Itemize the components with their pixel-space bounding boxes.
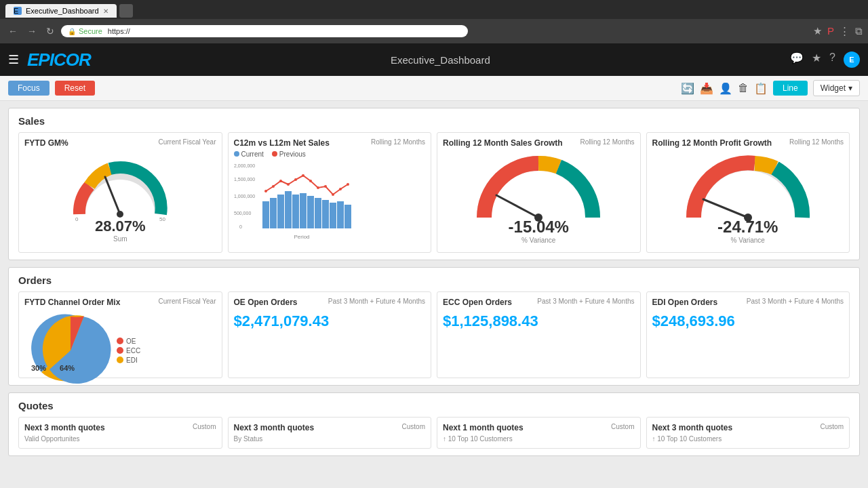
copy-icon[interactable]: 📋 [754,82,768,95]
channel-mix-title: FYTD Channel Order Mix [24,298,120,307]
sales-grid: FYTD GM% Current Fiscal Year [18,132,850,253]
menu-icon[interactable]: ⋮ [840,25,850,37]
rolling-profit-value: -24.71% [717,218,778,237]
line-button[interactable]: Line [773,81,808,96]
sales-title: Sales [18,115,850,127]
quote-widget-2: Next 3 month quotes Custom By Status [228,417,432,449]
sales-section: Sales FYTD GM% Current Fiscal Year [8,108,860,260]
hamburger-menu[interactable]: ☰ [8,52,19,67]
fytd-gm-widget: FYTD GM% Current Fiscal Year [18,132,222,253]
quote2-subtitle: By Status [234,435,426,443]
edi-open-subtitle: Past 3 Month + Future 4 Months [747,298,844,305]
ecc-open-title: ECC Open Orders [443,298,512,307]
app-logo: EPICOR [27,49,91,70]
rolling-sales-header: Rolling 12 Month Sales Growth Rolling 12… [443,138,635,148]
legend-previous: Previous [279,150,306,158]
legend-ecc: ECC [117,347,140,354]
tab-bar: E Executive_Dashboard ✕ [0,0,868,19]
fytd-gm-gauge-svg: 0 50 [66,153,174,224]
ecc-open-subtitle: Past 3 Month + Future 4 Months [537,298,634,305]
edi-open-header: EDI Open Orders Past 3 Month + Future 4 … [652,298,844,307]
focus-button[interactable]: Focus [8,81,50,96]
widget-button[interactable]: Widget ▾ [813,80,860,96]
orders-grid: FYTD Channel Order Mix Current Fiscal Ye… [18,291,850,378]
legend-oe-color [117,338,123,344]
star-icon[interactable]: ★ [813,25,822,37]
download-icon[interactable]: 📥 [700,82,713,95]
quote-widget-4: Next 3 month quotes Custom ↑ 10 Top 10 C… [646,417,850,449]
quote3-title: Next 1 month quotes [443,423,524,432]
fytd-gm-header: FYTD GM% Current Fiscal Year [24,138,216,148]
secure-text: Secure [79,27,102,35]
c12m-l12m-subtitle: Rolling 12 Months [371,138,425,146]
ecc-pct: 64% [60,364,75,372]
svg-rect-19 [337,201,344,228]
svg-rect-16 [315,198,321,228]
refresh-icon[interactable]: 🔄 [681,82,694,95]
legend-current: Current [241,150,264,158]
rolling-sales-gauge: -15.04% % Variance [443,150,635,247]
oe-open-widget: OE Open Orders Past 3 Month + Future 4 M… [228,291,432,378]
svg-text:0: 0 [239,224,242,229]
svg-text:2,000,000: 2,000,000 [234,163,255,168]
oe-pct: 30% [31,364,46,372]
svg-line-34 [496,195,538,218]
address-input[interactable]: 🔒 Secure https:// [61,25,468,37]
svg-text:Period: Period [294,234,309,240]
active-tab[interactable]: E Executive_Dashboard ✕ [5,4,117,18]
ecc-open-header: ECC Open Orders Past 3 Month + Future 4 … [443,298,635,307]
legend-edi: EDI [117,357,140,364]
c12m-l12m-chart-svg: 2,000,000 1,500,000 1,000,000 500,000 0 [234,161,376,242]
svg-rect-12 [285,191,292,228]
back-btn[interactable]: ← [5,24,20,38]
quote3-subtitle: ↑ 10 Top 10 Customers [443,435,635,443]
svg-line-0 [105,177,120,214]
reset-button[interactable]: Reset [55,81,95,96]
app-title: Executive_Dashboard [91,54,790,66]
forward-btn[interactable]: → [24,24,39,38]
channel-mix-chart: OE ECC EDI [24,310,216,391]
rolling-profit-label: % Variance [717,237,778,244]
svg-point-30 [332,193,334,196]
bookmark-icon[interactable]: ★ [812,52,821,68]
legend-ecc-color [117,347,123,354]
svg-rect-20 [344,205,351,228]
delete-icon[interactable]: 🗑 [738,82,749,94]
quote3-header: Next 1 month quotes Custom [443,423,635,432]
rolling-sales-title: Rolling 12 Month Sales Growth [443,138,563,148]
svg-point-24 [287,183,290,186]
svg-rect-17 [322,200,329,228]
rolling-profit-gauge: -24.71% % Variance [652,150,844,247]
chat-icon[interactable]: 💬 [790,52,804,68]
svg-rect-15 [307,196,314,228]
legend-oe-label: OE [126,338,136,345]
tab-favicon: E [14,7,22,15]
refresh-btn[interactable]: ↻ [43,24,57,38]
fytd-gm-value: 28.07% [95,218,146,235]
resize-icon[interactable]: ⧉ [855,25,863,37]
svg-text:50: 50 [159,216,165,222]
svg-rect-9 [262,201,269,228]
tab-close-btn[interactable]: ✕ [103,7,108,15]
address-text: https:// [108,27,130,35]
svg-text:500,000: 500,000 [234,211,251,216]
svg-point-1 [117,211,123,218]
rolling-sales-value: -15.04% [509,218,569,237]
c12m-l12m-title: C12m vs L12m Net Sales [234,138,330,148]
help-icon[interactable]: ? [829,52,835,68]
address-bar: ← → ↻ 🔒 Secure https:// ★ P ⋮ ⧉ [0,19,868,43]
svg-rect-10 [270,198,277,228]
rolling-sales-subtitle: Rolling 12 Months [580,138,634,146]
channel-mix-subtitle: Current Fiscal Year [158,298,216,305]
new-tab-btn[interactable] [119,4,133,18]
share-icon[interactable]: 👤 [719,82,732,95]
channel-mix-legend: OE ECC EDI [117,338,140,364]
quote4-title: Next 3 month quotes [652,423,733,432]
svg-point-31 [339,188,342,190]
user-avatar[interactable]: E [844,52,860,68]
toolbar-right: 🔄 📥 👤 🗑 📋 Line Widget ▾ [681,80,860,96]
extensions-icon[interactable]: P [827,25,834,37]
legend-edi-label: EDI [126,357,138,364]
quote4-header: Next 3 month quotes Custom [652,423,844,432]
channel-mix-pie-corrected [30,310,111,391]
